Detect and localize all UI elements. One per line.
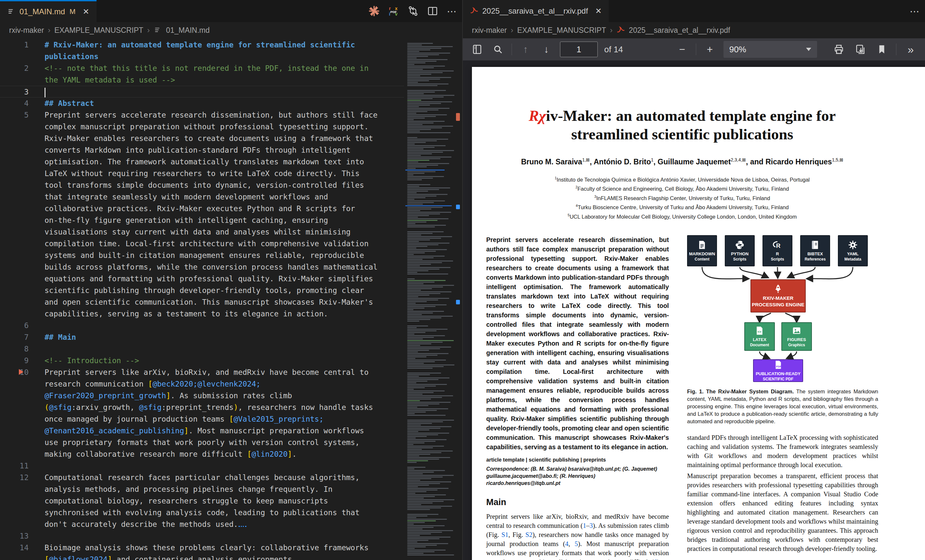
- code-row[interactable]: (@sfig:arxiv_growth, @sfig:preprint_tren…: [0, 401, 404, 413]
- pdf-group: 2025__saraiva_et_al__rxiv.pdf ✕ ⋯ rxiv-m…: [462, 0, 925, 560]
- code-row[interactable]: on-the-fly figure generation with intell…: [0, 215, 404, 226]
- citation-link[interactable]: 3: [590, 522, 593, 529]
- save-download-icon[interactable]: [853, 42, 868, 57]
- code-row[interactable]: making collaborative research more diffi…: [0, 448, 404, 460]
- code-row[interactable]: equations and formatting with profession…: [0, 273, 404, 285]
- code-row[interactable]: systems and built-in citation management…: [0, 249, 404, 261]
- code-row[interactable]: tool transforms simple documents into dy…: [0, 179, 404, 191]
- code-row[interactable]: 13: [0, 530, 404, 542]
- code-row[interactable]: @Fraser2020_preprint_growth]. As submiss…: [0, 390, 404, 401]
- paper-correspondence: Correspondence: (B. M. Saraiva) bsaraiva…: [486, 465, 669, 487]
- rxiv-pdf-preview-icon[interactable]: r x i v PDF: [388, 6, 399, 17]
- tab-pdf[interactable]: 2025__saraiva_et_al__rxiv.pdf ✕: [463, 0, 609, 22]
- paper-affiliations: 1Instituto de Tecnologia Química e Bioló…: [486, 174, 878, 221]
- code-row[interactable]: and open scientific communication. This …: [0, 296, 404, 308]
- breadcrumb-item[interactable]: 01_MAIN.md: [166, 26, 209, 35]
- code-row[interactable]: 6: [0, 320, 404, 331]
- rxiv-starburst-icon[interactable]: [369, 6, 380, 17]
- code-row[interactable]: [@biaflows2024] and containerised analys…: [0, 554, 404, 560]
- code-line-text: Computational research faces particular …: [45, 471, 360, 483]
- code-row[interactable]: computational biology, researchers strug…: [0, 495, 404, 507]
- breadcrumb-item[interactable]: 2025__saraiva_et_al__rxiv.pdf: [629, 26, 730, 35]
- citation-link[interactable]: 5: [575, 540, 578, 547]
- pdf-page: Rχiv-Maker: an automated template engine…: [472, 67, 925, 560]
- code-row[interactable]: publications: [0, 51, 404, 62]
- split-editor-icon[interactable]: [427, 6, 438, 17]
- zoom-level-select[interactable]: 90%: [723, 41, 817, 58]
- code-row[interactable]: research communication [@beck2020;@levch…: [0, 378, 404, 390]
- citation-link[interactable]: 1: [583, 522, 586, 529]
- code-row[interactable]: use proprietary formats that work poorly…: [0, 437, 404, 448]
- zoom-out-icon[interactable]: −: [675, 42, 689, 57]
- next-page-icon[interactable]: ↓: [539, 42, 553, 57]
- breadcrumb-item[interactable]: EXAMPLE_MANUSCRIPT: [517, 26, 606, 35]
- code-row[interactable]: 1# Rxiv-Maker: an automated template eng…: [0, 39, 404, 51]
- pdf-canvas[interactable]: Rχiv-Maker: an automated template engine…: [463, 60, 925, 560]
- tab-title: 2025__saraiva_et_al__rxiv.pdf: [482, 6, 588, 16]
- code-row[interactable]: converts Markdown into publication-stand…: [0, 144, 404, 156]
- more-tools-icon[interactable]: »: [904, 42, 918, 57]
- code-row[interactable]: that integrate seamlessly with modern de…: [0, 191, 404, 203]
- compare-changes-icon[interactable]: [408, 6, 419, 17]
- code-row[interactable]: complex manuscript preparation without p…: [0, 121, 404, 132]
- citation-link[interactable]: 6: [654, 558, 657, 560]
- breadcrumb-item[interactable]: EXAMPLE_MANUSCRIPT: [54, 26, 143, 35]
- rocket-icon: [773, 284, 783, 294]
- pdf-breadcrumb: rxiv-maker›EXAMPLE_MANUSCRIPT›2025__sara…: [463, 22, 925, 38]
- code-row[interactable]: @Tenant2016_academic_publishing]. Most m…: [0, 425, 404, 437]
- code-row[interactable]: 7## Main: [0, 331, 404, 343]
- code-row[interactable]: 5Preprint servers accelerate research di…: [0, 109, 404, 121]
- breadcrumb-item[interactable]: rxiv-maker: [472, 26, 507, 35]
- line-number: [0, 168, 29, 179]
- page-number-input[interactable]: [560, 42, 598, 57]
- toggle-sidebar-icon[interactable]: [470, 42, 484, 57]
- code-row[interactable]: 2<!-- note that this title is not render…: [0, 62, 404, 74]
- code-row[interactable]: 14Bioimage analysis shows these problems…: [0, 542, 404, 554]
- code-row[interactable]: analysis methods, and processing pipelin…: [0, 483, 404, 495]
- code-line-text: @Fraser2020_preprint_growth]. As submiss…: [45, 390, 292, 401]
- editor-breadcrumb: rxiv-maker›EXAMPLE_MANUSCRIPT›01_MAIN.md: [0, 22, 462, 38]
- code-line-text: publications: [45, 51, 98, 62]
- code-row[interactable]: synchronised with evolving analysis code…: [0, 507, 404, 518]
- tab-01-main-md[interactable]: 01_MAIN.md M ✕: [0, 0, 96, 22]
- code-row[interactable]: 4## Abstract: [0, 98, 404, 109]
- breadcrumb-item[interactable]: rxiv-maker: [9, 26, 44, 35]
- previous-page-icon[interactable]: ↑: [518, 42, 533, 57]
- code-row[interactable]: 3: [0, 86, 404, 98]
- code-row[interactable]: collaborative practices. Rxiv-Maker exec…: [0, 203, 404, 215]
- citation-link[interactable]: S2: [526, 531, 533, 538]
- code-row[interactable]: 12Computational research faces particula…: [0, 471, 404, 483]
- code-row[interactable]: Rxiv-Maker enables researchers to create…: [0, 132, 404, 144]
- citation-link[interactable]: S1: [502, 531, 509, 538]
- code-row[interactable]: scientific publishing through developer-…: [0, 285, 404, 296]
- code-row[interactable]: the YAML metadata is used -->: [0, 74, 404, 86]
- pdf-file-icon: PDF: [773, 360, 783, 370]
- bookmark-icon[interactable]: [875, 42, 889, 57]
- zoom-in-icon[interactable]: +: [703, 42, 717, 57]
- code-row[interactable]: compilation time. Local-first architectu…: [0, 238, 404, 249]
- code-row[interactable]: visualisations stay current with data an…: [0, 226, 404, 238]
- code-line-text: capabilities, serving as a testament to …: [45, 308, 328, 320]
- code-row[interactable]: LaTeX without requiring researchers to w…: [0, 168, 404, 179]
- code-row[interactable]: 9<!-- Introduction -->: [0, 355, 404, 366]
- paper-paragraph: Manuscript preparation becomes a transpa…: [687, 471, 878, 553]
- search-icon[interactable]: [491, 42, 505, 57]
- close-tab-icon[interactable]: ✕: [83, 7, 89, 16]
- print-icon[interactable]: [832, 42, 846, 57]
- more-actions-icon[interactable]: ⋯: [447, 6, 458, 17]
- breadcrumb-separator: ›: [511, 26, 513, 35]
- code-row[interactable]: 11: [0, 460, 404, 471]
- close-tab-icon[interactable]: ✕: [595, 6, 602, 16]
- code-row[interactable]: 8: [0, 343, 404, 355]
- minimap[interactable]: [404, 38, 454, 560]
- code-row[interactable]: optimisation. The framework automaticall…: [0, 156, 404, 168]
- code-row[interactable]: capabilities, serving as a testament to …: [0, 308, 404, 320]
- markdown-editor[interactable]: 1# Rxiv-Maker: an automated template eng…: [0, 38, 462, 560]
- code-row[interactable]: don't accurately describe the methods us…: [0, 518, 404, 530]
- figure-node-markdown: MARKDOWNContent: [687, 235, 717, 266]
- code-row[interactable]: once managed by journal production teams…: [0, 413, 404, 425]
- code-row[interactable]: builds across platforms, while the conve…: [0, 261, 404, 273]
- citation-link[interactable]: 4: [565, 540, 568, 547]
- code-row[interactable]: 10Preprint servers like arXiv, bioRxiv, …: [0, 366, 404, 378]
- more-actions-icon[interactable]: ⋯: [909, 6, 920, 17]
